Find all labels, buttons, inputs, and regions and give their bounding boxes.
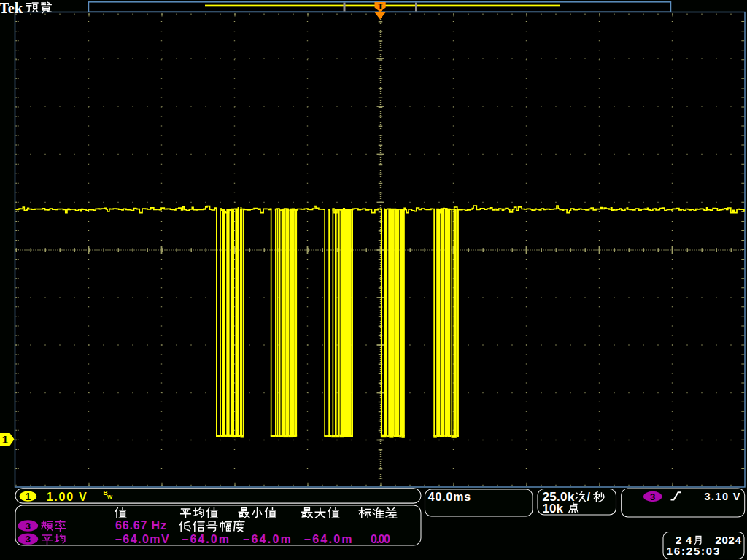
- svg-text:/: /: [587, 491, 591, 503]
- svg-text:W: W: [107, 494, 113, 500]
- svg-text:3: 3: [650, 491, 655, 502]
- svg-text:1.00 V: 1.00 V: [47, 491, 87, 503]
- svg-text:16:25:03: 16:25:03: [667, 545, 720, 557]
- svg-text:1: 1: [26, 491, 31, 502]
- svg-text:40.0ms: 40.0ms: [428, 491, 471, 503]
- svg-text:10k: 10k: [542, 502, 563, 516]
- svg-text:T: T: [378, 2, 383, 11]
- svg-text:66.67 Hz: 66.67 Hz: [115, 519, 166, 532]
- svg-text:1: 1: [2, 433, 8, 446]
- svg-text:−64.0mV: −64.0mV: [115, 533, 169, 545]
- svg-text:3: 3: [26, 521, 31, 532]
- svg-text:0.00: 0.00: [371, 533, 390, 545]
- svg-text:3: 3: [26, 534, 31, 545]
- svg-text:3.10 V: 3.10 V: [705, 491, 740, 502]
- svg-text:Tek: Tek: [0, 0, 23, 17]
